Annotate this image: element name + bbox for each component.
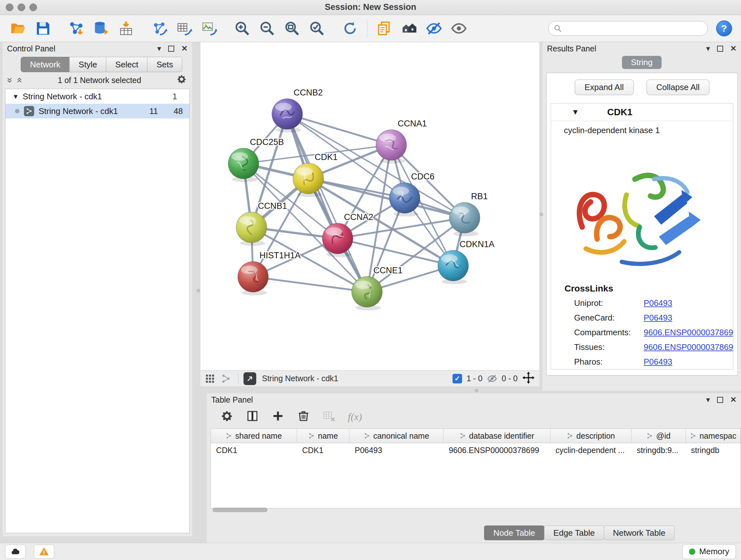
node-CCNB1[interactable]: CCNB1 <box>236 201 287 246</box>
splitter-handle[interactable] <box>540 212 543 216</box>
birds-eye-view-button[interactable] <box>205 374 215 384</box>
collapse-section-icon[interactable]: ▼ <box>571 108 579 117</box>
node-HIST1H1A[interactable]: HIST1H1A <box>238 251 300 295</box>
edge-CCNB2-CCNE1[interactable] <box>287 114 367 292</box>
table-cell[interactable]: 9606.ENSP00000378699 <box>444 443 550 457</box>
share-network-button[interactable] <box>221 374 231 384</box>
collapse-all-button[interactable]: Collapse All <box>647 79 710 95</box>
column-header-description[interactable]: description <box>550 429 632 443</box>
panel-float-icon[interactable] <box>717 397 723 403</box>
panel-float-icon[interactable] <box>717 46 723 52</box>
hide-selected-button[interactable] <box>424 18 444 39</box>
save-session-button[interactable] <box>33 18 53 39</box>
plus-icon <box>271 409 285 423</box>
node-RB1[interactable]: RB1 <box>449 192 488 236</box>
table-cell[interactable]: cyclin-dependent ... <box>550 443 632 457</box>
column-header-shared-name[interactable]: shared name <box>211 429 297 443</box>
delete-column-button[interactable] <box>297 409 310 424</box>
export-image-button[interactable] <box>199 18 219 39</box>
show-all-button[interactable] <box>449 18 468 39</box>
disclosure-icon[interactable]: ▾ <box>14 92 17 101</box>
column-header-name[interactable]: name <box>297 429 350 443</box>
tab-style[interactable]: Style <box>69 57 106 72</box>
splitter-handle[interactable] <box>475 389 478 392</box>
panel-close-icon[interactable]: ✕ <box>181 45 188 52</box>
table-row[interactable]: CDK1CDK1P064939606.ENSP00000378699cyclin… <box>211 443 741 457</box>
table-cell[interactable]: stringdb <box>686 443 741 457</box>
panel-close-icon[interactable]: ✕ <box>730 45 737 52</box>
column-header-namespac[interactable]: namespac <box>686 429 741 443</box>
table-cell[interactable]: P06493 <box>349 443 444 457</box>
warnings-button[interactable] <box>34 545 54 559</box>
table-cell[interactable]: stringdb:9... <box>631 443 686 457</box>
table-settings-button[interactable] <box>220 409 233 424</box>
node-CDK1[interactable]: CDK1 <box>293 152 338 197</box>
show-columns-button[interactable] <box>246 409 259 424</box>
panel-close-icon[interactable]: ✕ <box>730 396 737 403</box>
tab-sets[interactable]: Sets <box>147 57 182 72</box>
tab-string[interactable]: String <box>622 56 662 69</box>
import-network-button[interactable] <box>67 18 86 39</box>
edge-HIST1H1A-CCNE1[interactable] <box>253 277 367 292</box>
create-column-button[interactable] <box>271 409 285 424</box>
collapse-all-networks-icon[interactable]: » <box>5 78 15 83</box>
node-CCNB2[interactable]: CCNB2 <box>272 88 323 132</box>
eye-slash-icon <box>426 20 442 37</box>
panel-float-icon[interactable] <box>168 46 174 52</box>
panel-menu-icon[interactable]: ▾ <box>706 396 710 403</box>
edge-CCNB2-CCNA1[interactable] <box>287 114 391 145</box>
node-CCNA1[interactable]: CCNA1 <box>376 119 427 164</box>
open-in-browser-button[interactable] <box>244 372 256 385</box>
splitter-handle[interactable] <box>197 289 200 293</box>
table-cell[interactable]: CDK1 <box>297 443 350 457</box>
node-CDC6[interactable]: CDC6 <box>389 172 434 216</box>
home-view-button[interactable] <box>400 18 419 39</box>
toolbar-search-input[interactable] <box>565 23 702 34</box>
table-horizontal-scrollbar[interactable] <box>212 508 267 512</box>
expand-all-button[interactable]: Expand All <box>575 79 634 95</box>
crosslink-link[interactable]: P06493 <box>644 357 672 367</box>
zoom-in-button[interactable] <box>232 18 252 39</box>
protein-section-header[interactable]: ▼ CDK1 <box>551 104 733 121</box>
panel-menu-icon[interactable]: ▾ <box>706 45 710 52</box>
cloud-status-button[interactable] <box>5 545 25 559</box>
crosslink-link[interactable]: P06493 <box>644 298 672 308</box>
new-network-from-selection-button[interactable] <box>150 18 169 39</box>
tab-node-table[interactable]: Node Table <box>484 525 544 540</box>
tab-network[interactable]: Network <box>21 57 70 72</box>
node-CCNE1[interactable]: CCNE1 <box>352 266 403 310</box>
import-network-from-database-button[interactable] <box>91 18 111 39</box>
trash-icon <box>297 409 310 423</box>
panel-menu-icon[interactable]: ▾ <box>157 45 161 52</box>
zoom-out-button[interactable] <box>258 18 277 39</box>
column-header-database-identifier[interactable]: database identifier <box>444 429 550 443</box>
apply-style-button[interactable] <box>340 18 360 39</box>
pan-mode-button[interactable] <box>522 371 535 386</box>
expand-all-networks-icon[interactable]: « <box>15 78 25 83</box>
tab-edge-table[interactable]: Edge Table <box>544 525 604 540</box>
network-options-button[interactable] <box>176 74 187 86</box>
zoom-selected-button[interactable] <box>307 18 327 39</box>
duplicate-document-button[interactable] <box>375 18 394 39</box>
network-canvas[interactable]: CCNB2CCNA1CDC25BCDK1CDC6RB1CCNB1CCNA2CDK… <box>200 42 539 370</box>
network-collection-row[interactable]: ▾ String Network - cdk1 1 <box>5 89 189 104</box>
column-header--id[interactable]: @id <box>631 429 686 443</box>
crosslink-link[interactable]: 9606.ENSP00000378699 <box>644 342 733 352</box>
table-cell[interactable]: CDK1 <box>211 443 297 457</box>
memory-button[interactable]: Memory <box>682 544 736 559</box>
zoom-fit-button[interactable] <box>282 18 301 39</box>
export-table-button[interactable] <box>175 18 194 39</box>
network-row-selected[interactable]: String Network - cdk1 11 48 <box>5 104 189 118</box>
crosslink-link[interactable]: P06493 <box>644 313 672 323</box>
import-table-button[interactable] <box>117 18 136 39</box>
network-collection-count: 1 <box>173 91 177 102</box>
tab-select[interactable]: Select <box>106 57 147 72</box>
tab-network-table[interactable]: Network Table <box>604 525 675 540</box>
help-button[interactable]: ? <box>716 20 732 37</box>
selected-checkbox-icon[interactable]: ✓ <box>453 374 462 383</box>
column-header-canonical-name[interactable]: canonical name <box>349 429 444 443</box>
hidden-elements-button[interactable] <box>487 374 497 384</box>
crosslink-link[interactable]: 9606.ENSP00000378699 <box>644 327 733 337</box>
node-CDKN1A[interactable]: CDKN1A <box>438 240 495 284</box>
open-session-button[interactable] <box>9 18 28 39</box>
